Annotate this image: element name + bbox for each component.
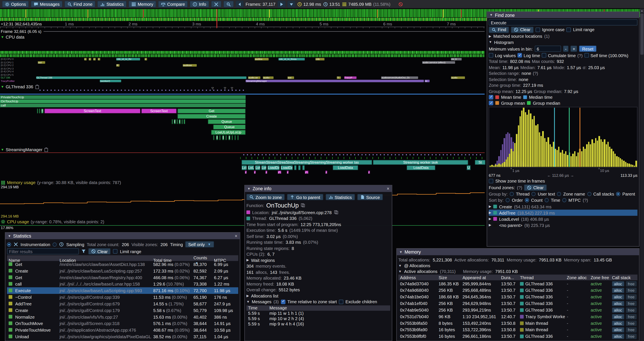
timeline-zone[interactable] (182, 119, 183, 124)
log-values-checkbox[interactable] (489, 53, 493, 58)
timeline-zone[interactable]: Queue (213, 125, 246, 129)
collapse-icon[interactable]: ▼ (246, 300, 250, 303)
cumulate-time-checkbox[interactable] (542, 53, 546, 58)
timeline-zone[interactable]: Ci (278, 171, 281, 174)
min-bin-input[interactable] (535, 46, 561, 52)
timeline-zone[interactable]: audio.se (248, 76, 260, 79)
thread-band-privatetouchup[interactable]: PrivateTouchUp (0, 95, 246, 99)
timeline-zone[interactable] (213, 135, 214, 140)
expand-icon[interactable]: ▶ (246, 258, 249, 262)
streaming-message-dots[interactable] (242, 154, 483, 156)
timeline-zone[interactable] (184, 119, 186, 124)
timeline-zone[interactable]: audio: (263, 76, 274, 79)
scroll-up-icon[interactable]: ▲ (640, 9, 644, 13)
stats-row[interactable]: Createjni/../jni/src/guif/Control.cpp:17… (7, 307, 238, 314)
sort-by-radio-mtpc[interactable] (562, 198, 566, 202)
alloc-callstack-button[interactable]: alloc (612, 333, 624, 339)
timeline-zone[interactable] (226, 135, 227, 140)
timeline-zone[interactable]: C (254, 171, 256, 174)
alloc-callstack-button[interactable]: alloc (612, 301, 624, 306)
allocations-list-label[interactable]: Allocations list (251, 293, 278, 298)
timeline-zone[interactable]: audiose (183, 64, 197, 67)
timeline-zone[interactable]: Ai (425, 80, 430, 82)
glthread-header[interactable]: ▼ GLThread 336 (1, 84, 40, 89)
timeline-zone[interactable]: Get (178, 109, 246, 113)
expand-icon[interactable]: ▶ (489, 205, 491, 208)
stats-row[interactable]: ~Controljni/../jni/src/guif/Control.cpp:… (7, 294, 238, 300)
timeline-zone[interactable]: E (222, 135, 224, 140)
allocation-row[interactable]: 0x74ab1ef040256 KB294,629,948ns13:50.7GL… (398, 300, 638, 307)
found-zone-group[interactable]: ▶LoadLevel(18) 406.88 µs (489, 216, 638, 222)
collapse-icon[interactable]: ▼ (1, 148, 4, 151)
copy-icon[interactable] (334, 210, 338, 215)
timeline-zone[interactable]: cds_ol_rx_thr (116, 58, 140, 61)
message-row[interactable]: 5.59 smip 11 w 1 h 1 (1) (246, 310, 390, 316)
timeline-zone[interactable]: LoadData (406, 165, 435, 170)
find-zone-titlebar[interactable]: ▼ Find zone (487, 12, 639, 18)
toolbar-button-search-tool[interactable] (223, 1, 234, 8)
collapse-icon[interactable]: ▼ (1, 85, 4, 89)
memory-column-zone-alloc[interactable]: Zone alloc (565, 275, 589, 280)
min-bin-decrease-button[interactable]: - (563, 46, 568, 52)
found-clear-button[interactable]: Clear (524, 184, 546, 190)
msg-column[interactable]: Message (268, 305, 390, 310)
cpu-usage-header[interactable]: CPU usage (y-range: 0.78%, visible data … (1, 219, 104, 224)
histogram-label[interactable]: Histogram (494, 40, 514, 45)
stats-row[interactable]: Normalizejni/../jni/src/claw/vfs/Vfs.cpp… (7, 314, 238, 320)
timeline-zone[interactable]: (worker/) (100, 80, 121, 82)
wait-regions-label[interactable]: Wait regions (251, 257, 275, 262)
statistics-titlebar[interactable]: ▼ Statistics × (5, 233, 240, 239)
timeline-zone[interactable] (294, 165, 297, 170)
memory-usage-graph[interactable] (0, 187, 484, 214)
group-by-radio-parent[interactable] (616, 192, 620, 196)
msg-column[interactable]: Time (246, 305, 268, 310)
zone-info-titlebar[interactable]: ▼ Zone info × (245, 185, 392, 192)
copy-icon[interactable] (301, 203, 306, 207)
limit-range-checkbox[interactable] (113, 249, 118, 254)
timing-dropdown[interactable]: Self only▼ (186, 241, 214, 247)
timeline-zone[interactable]: StreamStreamStreaStreaStreamingStreaming… (242, 160, 372, 165)
stats-row[interactable]: Get/mnt/e/claw/src/claw/base/AssetDict.h… (7, 261, 238, 268)
timeline-zone[interactable]: C (245, 171, 247, 174)
collapse-icon[interactable]: ▼ (489, 40, 492, 44)
toolbar-button-memory[interactable]: Memory (129, 1, 156, 8)
found-zone-group[interactable]: ▶Create(54,131) 643.34 ms (489, 203, 638, 210)
stats-table-header[interactable]: NameLocationTotal timeCounts ▼MTPC (7, 255, 238, 261)
group-by-radio-zone-name[interactable] (557, 192, 561, 196)
timeline-zone[interactable]: Streaming worker task (373, 160, 468, 165)
toolbar-button-find-zone[interactable]: Find zone (64, 1, 96, 8)
sort-by-radio-order[interactable] (506, 198, 510, 202)
statistics-button[interactable]: Statistics (326, 194, 355, 200)
timeline-zone[interactable]: audio.service (effect) (422, 61, 455, 64)
thread-band-ontouchup[interactable]: OnTouchUp (0, 99, 246, 103)
find-clear-button[interactable]: Clear (511, 27, 533, 33)
timeline-zone[interactable]: audioserver(AudioOut_D) (381, 76, 418, 79)
message-row[interactable]: 5.59 smip 9 w 4 h 4 (16) (246, 321, 390, 326)
find-button[interactable]: Find (489, 27, 509, 33)
memory-column-zone-free[interactable]: Zone free (589, 275, 610, 280)
expand-icon[interactable]: ▶ (489, 217, 491, 221)
matched-locations-label[interactable]: Matched source locations (493, 34, 542, 39)
timeline-zone[interactable]: C (286, 171, 289, 174)
collapse-icon[interactable]: ▼ (399, 250, 402, 254)
log-time-checkbox[interactable] (518, 53, 522, 58)
timeline-zone[interactable]: Create (178, 114, 246, 119)
memory-column-dura-[interactable]: Dura... (500, 275, 518, 280)
fz-limit-range-checkbox[interactable] (567, 27, 571, 32)
timeline-zone[interactable]: LoadData (333, 165, 358, 170)
clipboard-icon[interactable] (44, 147, 48, 152)
memory-column-address[interactable]: Address (398, 275, 437, 280)
memory-column-thread[interactable]: Thread (518, 275, 565, 280)
legend-checkbox[interactable] (489, 101, 493, 105)
timeline-zone[interactable]: audios (255, 58, 269, 61)
memory-table-header[interactable]: AddressSizeAppeared atDura...ThreadZone … (398, 274, 638, 280)
cpu-data-header[interactable]: ▼ CPU data (1, 35, 24, 40)
alloc-callstack-button[interactable]: alloc (612, 281, 624, 286)
alloc-callstack-button[interactable]: alloc (612, 327, 624, 332)
expand-icon[interactable]: ▶ (246, 294, 249, 297)
timeline-zone[interactable]: E (216, 135, 218, 140)
allocation-row[interactable]: 0x74ab9e5040256 KB293,994,219ns13:50.7GL… (398, 307, 638, 313)
timeline-zone[interactable]: GLThread 336 (36, 76, 246, 79)
gl-message-dots[interactable]: ▽▽▽ (38, 89, 246, 91)
timeline-zone[interactable]: l (178, 119, 181, 124)
